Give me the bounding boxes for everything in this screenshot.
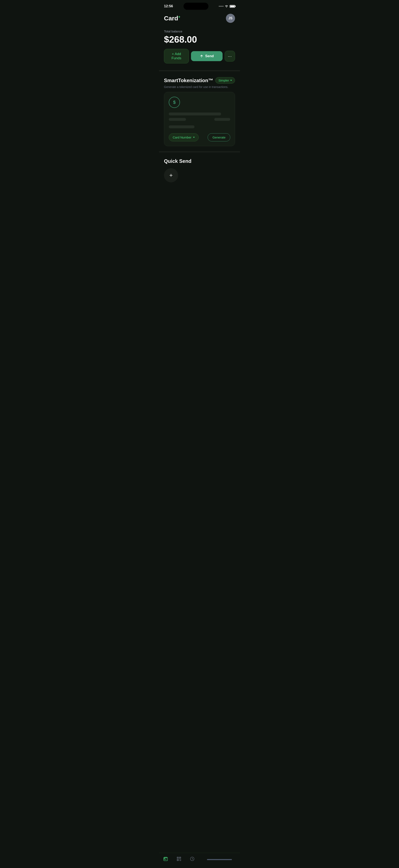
svg-rect-4 [180, 858, 180, 858]
more-button[interactable]: ··· [225, 51, 235, 62]
bottom-nav [159, 853, 240, 868]
nav-qr[interactable] [172, 856, 186, 862]
app-header: Card+ JS [159, 11, 240, 26]
card-line-2a [169, 118, 186, 121]
history-icon [190, 856, 195, 861]
tokenization-header: SmartTokenization™ Simpler [164, 77, 235, 84]
card-line-2b [214, 118, 230, 121]
card-line-2-row [169, 118, 230, 123]
chevron-down-icon [230, 80, 232, 81]
balance-label: Total balance [164, 30, 235, 33]
nav-history[interactable] [186, 856, 199, 862]
status-bar: 12:56 [159, 0, 240, 11]
qr-icon [176, 856, 181, 861]
svg-rect-6 [177, 860, 178, 860]
status-time: 12:56 [164, 4, 173, 8]
avatar[interactable]: JS [226, 14, 235, 23]
balance-section: Total balance $268.00 + Add Funds Send ·… [159, 26, 240, 70]
home-indicator [207, 859, 232, 860]
tokenization-description: Generate a tokenized card for use in tra… [164, 85, 235, 89]
battery-icon [230, 5, 235, 8]
send-button[interactable]: Send [191, 51, 223, 61]
send-up-icon [200, 54, 203, 58]
dynamic-island [184, 3, 208, 10]
action-buttons: + Add Funds Send ··· [164, 49, 235, 63]
quick-send-title: Quick Send [164, 158, 235, 164]
card-number-label: Card Number [173, 135, 191, 139]
card-preview: $ Card Number Generate [164, 92, 235, 146]
wifi-icon [225, 5, 228, 8]
send-label: Send [205, 54, 214, 58]
app-title-plus: + [178, 15, 180, 19]
home-card-icon [163, 856, 168, 861]
generate-button[interactable]: Generate [208, 133, 230, 142]
quick-send-section: Quick Send + [159, 152, 240, 186]
svg-rect-2 [177, 858, 178, 858]
simpler-label: Simpler [219, 79, 229, 82]
signal-dots [219, 6, 223, 7]
card-line-1 [169, 113, 221, 116]
dollar-sign-icon: $ [173, 100, 176, 105]
card-line-3 [169, 125, 195, 128]
card-bottom-row: Card Number Generate [169, 133, 230, 142]
simpler-badge-button[interactable]: Simpler [215, 77, 235, 84]
tokenization-section: SmartTokenization™ Simpler Generate a to… [159, 71, 240, 151]
nav-home[interactable] [159, 856, 172, 862]
card-number-chevron-icon [193, 137, 195, 138]
status-icons [219, 5, 235, 8]
card-dollar-icon: $ [169, 97, 180, 108]
quick-send-add-button[interactable]: + [164, 168, 178, 182]
add-funds-button[interactable]: + Add Funds [164, 49, 189, 63]
card-number-button[interactable]: Card Number [169, 133, 199, 142]
tokenization-title: SmartTokenization™ [164, 78, 213, 83]
balance-amount: $268.00 [164, 34, 235, 45]
app-title: Card+ [164, 15, 180, 22]
